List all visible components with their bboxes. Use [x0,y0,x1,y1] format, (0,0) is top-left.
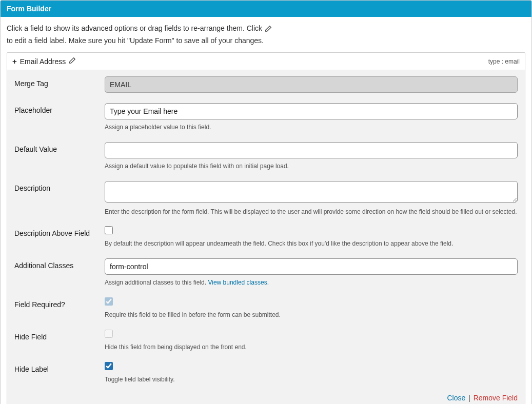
instructions-text: Click a field to show its advanced optio… [7,23,525,46]
label-description-above: Description Above Field [14,226,105,237]
label-hide-field: Hide Field [14,330,105,341]
required-checkbox[interactable] [105,297,113,306]
help-hide-label: Toggle field label visibility. [105,375,518,384]
row-merge-tag: Merge Tag [14,76,518,93]
description-textarea[interactable] [105,181,518,203]
default-value-input[interactable] [105,142,518,158]
label-default-value: Default Value [14,142,105,153]
field-card: + Email Address type : email Merge Tag [7,52,525,404]
remove-field-link[interactable]: Remove Field [474,394,518,402]
help-placeholder: Assign a placeholder value to this field… [105,123,518,132]
row-hide-field: Hide Field Hide this field from being di… [14,330,518,352]
help-default-value: Assign a default value to populate this … [105,162,518,171]
label-additional-classes: Additional Classes [14,258,105,270]
footer-separator: | [468,394,472,402]
row-hide-label: Hide Label Toggle field label visibility… [14,362,518,384]
close-link[interactable]: Close [447,394,465,402]
row-placeholder: Placeholder Assign a placeholder value t… [14,103,518,132]
label-description: Description [14,181,105,192]
row-description-above: Description Above Field By default the d… [14,226,518,248]
panel-title: Form Builder [1,1,531,17]
hide-label-checkbox[interactable] [105,362,113,370]
instructions-pre: Click a field to show its advanced optio… [7,23,262,34]
form-builder-panel: Form Builder Click a field to show its a… [0,0,532,404]
plus-icon: + [12,57,17,65]
help-hide-field: Hide this field from being displayed on … [105,343,518,352]
pencil-icon [265,25,272,32]
field-footer: Close | Remove Field [14,394,518,402]
instructions-post: to edit a field label. Make sure you hit… [7,35,264,46]
placeholder-input[interactable] [105,103,518,119]
field-card-header[interactable]: + Email Address type : email [7,53,525,70]
field-card-body: Merge Tag Placeholder Assign a placehold… [7,70,525,404]
row-description: Description Enter the description for th… [14,181,518,216]
view-bundled-classes-link[interactable]: View bundled classes [208,279,267,286]
label-placeholder: Placeholder [14,103,105,114]
row-default-value: Default Value Assign a default value to … [14,142,518,171]
description-above-checkbox[interactable] [105,226,113,234]
row-additional-classes: Additional Classes Assign additional cla… [14,258,518,287]
help-required: Require this field to be filled in befor… [105,311,518,319]
help-additional-classes: Assign additional classes to this field.… [105,278,518,287]
pencil-icon[interactable] [69,57,76,66]
additional-classes-input[interactable] [105,258,518,275]
help-description: Enter the description for the form field… [105,208,518,216]
field-type-label: type : email [488,58,520,65]
panel-body: Click a field to show its advanced optio… [1,17,531,404]
label-hide-label: Hide Label [14,362,105,373]
merge-tag-input [105,76,518,93]
help-description-above: By default the description will appear u… [105,239,518,248]
row-required: Field Required? Require this field to be… [14,297,518,319]
label-required: Field Required? [14,297,105,309]
hide-field-checkbox[interactable] [105,330,113,338]
label-merge-tag: Merge Tag [14,76,105,88]
field-name: Email Address [20,57,66,66]
